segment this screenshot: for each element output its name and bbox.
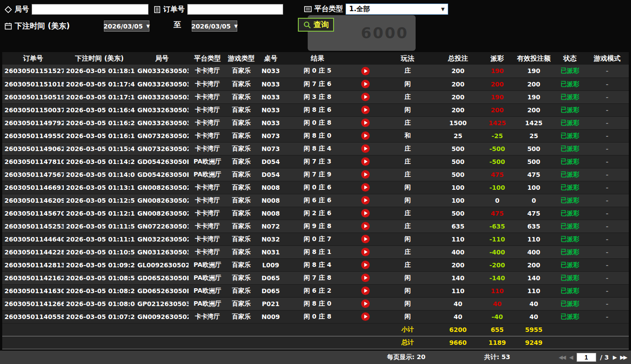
table-row: 260305011421627 2026-03-05 01:08:54 GD06… (2, 271, 629, 284)
table-row: 260305011446407 2026-03-05 01:11:19 GN03… (2, 233, 629, 245)
cell-game-mode: - (586, 168, 629, 181)
cell-status: 已派彩 (554, 116, 586, 129)
cell-payout: 0 (481, 194, 513, 207)
replay-play-icon[interactable] (361, 66, 370, 76)
cell-platform: 卡卡湾厅 (189, 245, 226, 258)
replay-play-icon[interactable] (361, 260, 370, 270)
replay-play-icon[interactable] (361, 247, 370, 257)
round-filter: 局号 (4, 4, 148, 15)
to-label: 至 (173, 20, 181, 30)
background-watermark-text: 6000 (361, 24, 408, 42)
query-button[interactable]: 查询 (298, 18, 334, 32)
col-status: 状态 (554, 52, 586, 65)
cell-round-id: GN0332630503Q (135, 65, 189, 78)
date-from-dropdown[interactable]: 2026/03/05 ▼ (104, 20, 149, 32)
order-label: 订单号 (163, 5, 185, 14)
cell-status: 已派彩 (554, 284, 586, 297)
cell-bet-option: 闲 (380, 103, 435, 116)
replay-play-icon[interactable] (361, 118, 370, 127)
cell-replay (350, 271, 380, 284)
cell-status: 已派彩 (554, 103, 586, 116)
replay-play-icon[interactable] (361, 92, 370, 102)
cell-game-type: 百家乐 (226, 155, 256, 168)
cell-platform: 卡卡湾厅 (189, 90, 226, 103)
cell-status: 已派彩 (554, 65, 586, 78)
replay-play-icon[interactable] (361, 196, 370, 205)
table-row: 260305011428133 2026-03-05 01:09:29 GL00… (2, 258, 629, 271)
cell-order-id: 260305011428133 (2, 258, 64, 271)
last-page-icon[interactable]: ▶▶ (620, 352, 627, 362)
prev-page-icon[interactable]: ◀ (569, 352, 572, 362)
cell-result: 闲 7 庄 6 (285, 78, 350, 90)
replay-play-icon[interactable] (361, 131, 370, 140)
cell-result: 闲 0 庄 8 (285, 116, 350, 129)
total-count-display: 共计: 53 (484, 353, 510, 361)
cell-table-no: N008 (256, 181, 285, 194)
replay-play-icon[interactable] (361, 157, 370, 166)
cell-game-type: 百家乐 (226, 103, 256, 116)
replay-play-icon[interactable] (361, 209, 370, 218)
cell-total-bet: 635 (435, 220, 481, 233)
replay-play-icon[interactable] (361, 234, 370, 244)
replay-play-icon[interactable] (361, 105, 370, 115)
cell-total-bet: 200 (435, 90, 481, 103)
cell-replay (350, 116, 380, 129)
cell-replay (350, 310, 380, 323)
cell-platform: 卡卡湾厅 (189, 116, 226, 129)
bet-time-label: 下注时间 (美东) (15, 21, 70, 31)
cell-game-mode: - (586, 142, 629, 155)
cell-round-id: GN0332630503O (135, 90, 189, 103)
cell-round-id: GN0322630502A (135, 233, 189, 245)
cell-total-bet: 25 (435, 129, 481, 142)
page-input[interactable] (577, 353, 596, 362)
cell-bet-time: 2026-03-05 01:09:29 (64, 258, 135, 271)
order-document-icon (154, 6, 161, 13)
cell-replay (350, 129, 380, 142)
cell-result: 闲 6 庄 2 (285, 284, 350, 297)
cell-platform: 卡卡湾厅 (189, 207, 226, 220)
cell-game-type: 百家乐 (226, 129, 256, 142)
table-row: 260305011495501 2026-03-05 01:16:16 GN07… (2, 129, 629, 142)
cell-payout: 475 (481, 207, 513, 220)
replay-play-icon[interactable] (361, 183, 370, 192)
replay-play-icon[interactable] (361, 273, 370, 282)
cell-game-mode: - (586, 103, 629, 116)
replay-play-icon[interactable] (361, 170, 370, 179)
per-page-label: 每页显示: (387, 353, 415, 360)
cell-table-no: L009 (256, 258, 285, 271)
round-input[interactable] (32, 4, 148, 15)
cell-replay (350, 297, 380, 310)
cell-bet-option: 闲 (380, 297, 435, 310)
date-to-dropdown[interactable]: 2026/03/05 ▼ (192, 20, 237, 32)
cell-result: 闲 0 庄 5 (285, 65, 350, 78)
cell-bet-time: 2026-03-05 01:12:18 (64, 207, 135, 220)
round-tag-icon (4, 6, 12, 13)
replay-play-icon[interactable] (361, 286, 370, 295)
cell-payout: 190 (481, 65, 513, 78)
date-to-value: 2026/03/05 (191, 23, 231, 30)
replay-play-icon[interactable] (361, 144, 370, 153)
cell-game-type: 百家乐 (226, 297, 256, 310)
cell-game-type: 百家乐 (226, 271, 256, 284)
cell-table-no: N008 (256, 194, 285, 207)
cell-bet-time: 2026-03-05 01:12:51 (64, 194, 135, 207)
replay-play-icon[interactable] (361, 79, 370, 89)
cell-order-id: 260305011442285 (2, 245, 64, 258)
cell-game-mode: - (586, 194, 629, 207)
platform-select[interactable]: 1.全部 ▼ (346, 4, 448, 15)
next-page-icon[interactable]: ▶ (613, 352, 616, 362)
cell-valid-bet: 1425 (513, 116, 554, 129)
order-input[interactable] (187, 4, 283, 15)
cell-bet-time: 2026-03-05 01:15:45 (64, 142, 135, 155)
cell-platform: 卡卡湾厅 (189, 129, 226, 142)
cell-replay (350, 168, 380, 181)
cell-status: 已派彩 (554, 142, 586, 155)
replay-play-icon[interactable] (361, 312, 370, 321)
replay-play-icon[interactable] (361, 299, 370, 308)
cell-order-id: 260305011446407 (2, 233, 64, 245)
replay-play-icon[interactable] (361, 221, 370, 231)
col-replay (350, 52, 380, 65)
first-page-icon[interactable]: ◀◀ (559, 352, 565, 362)
cell-platform: PA欧洲厅 (189, 155, 226, 168)
table-row: 260305011497924 2026-03-05 01:16:28 GN03… (2, 116, 629, 129)
